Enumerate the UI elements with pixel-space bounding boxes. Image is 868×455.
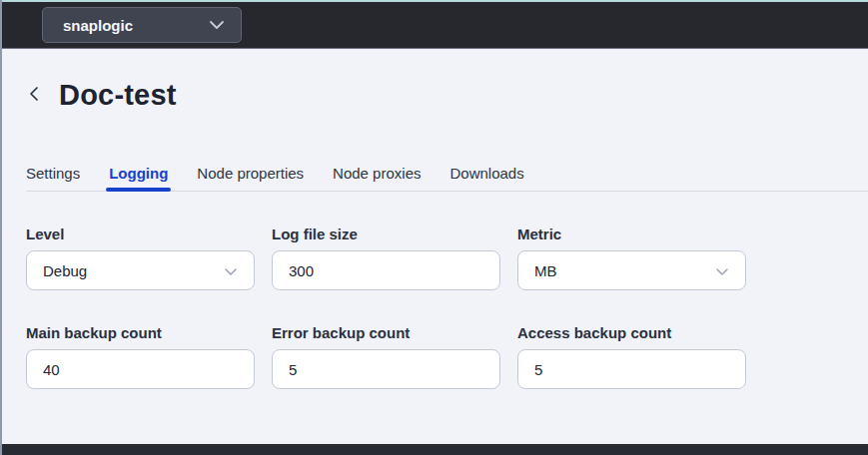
level-select[interactable]: Debug xyxy=(26,250,255,290)
tab-node-proxies[interactable]: Node proxies xyxy=(333,165,421,182)
chevron-down-icon xyxy=(715,262,729,279)
error-backup-count-input[interactable] xyxy=(272,349,500,389)
field-label: Error backup count xyxy=(272,324,500,341)
logging-form: Level Debug Log file size Metric MB xyxy=(26,226,868,389)
field-label: Level xyxy=(26,226,255,242)
field-label: Log file size xyxy=(272,226,500,242)
tab-bar: Settings Logging Node properties Node pr… xyxy=(26,165,868,192)
tab-settings[interactable]: Settings xyxy=(26,165,80,182)
field-main-backup-count: Main backup count xyxy=(26,324,255,389)
window-left-border xyxy=(0,0,2,455)
field-label: Access backup count xyxy=(517,324,746,341)
top-navigation-bar: snaplogic xyxy=(0,0,868,49)
tab-node-properties[interactable]: Node properties xyxy=(197,165,304,182)
page-header: Doc-test xyxy=(26,79,868,111)
tab-logging[interactable]: Logging xyxy=(109,165,168,182)
metric-select[interactable]: MB xyxy=(517,250,746,290)
chevron-down-icon xyxy=(209,20,225,30)
chevron-down-icon xyxy=(224,262,238,279)
back-button[interactable] xyxy=(26,85,42,105)
org-selector-label: snaplogic xyxy=(63,17,133,34)
form-row-1: Level Debug Log file size Metric MB xyxy=(26,226,868,290)
field-log-file-size: Log file size xyxy=(272,226,500,290)
field-access-backup-count: Access backup count xyxy=(517,324,746,389)
level-select-value: Debug xyxy=(43,262,87,279)
access-backup-count-input[interactable] xyxy=(517,349,746,389)
form-row-2: Main backup count Error backup count Acc… xyxy=(26,324,868,389)
bottom-bar xyxy=(0,444,868,455)
org-selector-dropdown[interactable]: snaplogic xyxy=(42,7,242,43)
chevron-left-icon xyxy=(29,86,39,105)
field-label: Metric xyxy=(517,226,746,242)
field-metric: Metric MB xyxy=(517,226,746,290)
page-title: Doc-test xyxy=(59,79,177,112)
main-backup-count-input[interactable] xyxy=(26,349,255,389)
field-error-backup-count: Error backup count xyxy=(272,324,500,389)
field-label: Main backup count xyxy=(26,324,255,341)
log-file-size-input[interactable] xyxy=(272,250,500,290)
settings-page: Doc-test Settings Logging Node propertie… xyxy=(0,79,868,389)
field-level: Level Debug xyxy=(26,226,255,290)
tab-downloads[interactable]: Downloads xyxy=(449,165,523,182)
metric-select-value: MB xyxy=(534,262,557,279)
